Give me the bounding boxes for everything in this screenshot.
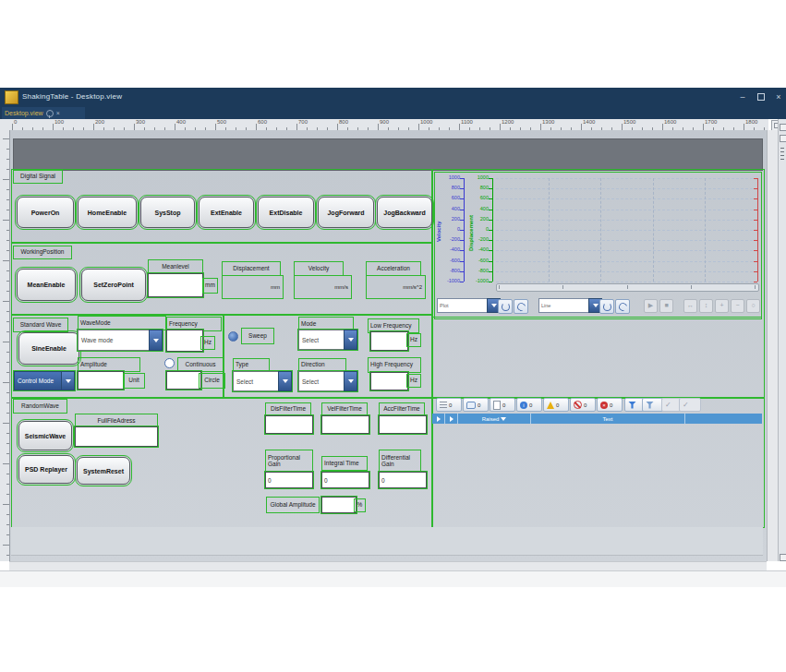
pin-icon[interactable]: [46, 110, 54, 117]
pan-horizontal-icon[interactable]: ↔: [683, 299, 697, 313]
event-count: 0: [584, 402, 586, 408]
differential-gain-label: DifferentialGain: [379, 450, 421, 473]
scale-settings-icon[interactable]: [615, 299, 630, 314]
extdisable-button[interactable]: ExtDisable: [258, 197, 314, 228]
amplitude-label: Amplitude: [78, 357, 140, 372]
raised-column-header[interactable]: Raised: [458, 414, 531, 424]
continuous-radio[interactable]: [164, 358, 175, 368]
chevron-down-icon[interactable]: [149, 330, 163, 351]
bubble-filter-button[interactable]: 0: [463, 398, 489, 412]
severity-column-header[interactable]: [432, 414, 445, 424]
frequency-input[interactable]: [166, 330, 203, 352]
tab-desktop-view[interactable]: Desktop.view: [2, 107, 85, 119]
blocked-filter-button[interactable]: 0: [570, 398, 596, 412]
poweron-button[interactable]: PowerOn: [17, 197, 74, 228]
global-amplitude-input[interactable]: [321, 497, 357, 513]
warning-filter-button[interactable]: 0: [543, 398, 569, 412]
chevron-down-icon[interactable]: [61, 371, 75, 390]
integral-time-input[interactable]: 0: [321, 472, 369, 488]
dock-bottom-icon[interactable]: [780, 554, 786, 561]
seismic-wave-button[interactable]: SeismicWave: [18, 421, 72, 450]
ruler-tick: [6, 230, 9, 231]
jogforward-button[interactable]: JogForward: [318, 197, 374, 228]
control-mode-dropdown[interactable]: Control Mode: [14, 371, 75, 390]
text-column-header[interactable]: Text: [531, 414, 685, 424]
direction-dropdown[interactable]: Select: [298, 371, 357, 391]
scope-channel-dropdown[interactable]: Plot: [437, 298, 501, 313]
ruler-tick: [6, 159, 9, 160]
velocity-label: Velocity: [294, 261, 344, 276]
x-axis-tick: [691, 285, 692, 289]
vel-filter-input[interactable]: [321, 415, 369, 434]
system-reset-button[interactable]: SystemReset: [77, 457, 130, 485]
ruler-label: 0: [14, 119, 17, 125]
mean-enable-button[interactable]: MeanEnable: [17, 269, 76, 301]
high-frequency-input[interactable]: [370, 372, 408, 390]
scope-x-scrollbar[interactable]: [496, 283, 759, 292]
sysstop-button[interactable]: SysStop: [140, 197, 195, 228]
differential-gain-input[interactable]: 0: [379, 472, 427, 488]
homeenable-button[interactable]: HomeEnable: [78, 197, 137, 228]
dock-tab-icon[interactable]: [780, 124, 786, 131]
psd-replayer-button[interactable]: PSD Replayer: [18, 455, 74, 484]
type-column-header[interactable]: [445, 414, 458, 424]
scope-style-dropdown[interactable]: Line: [538, 298, 602, 313]
event-count: 0: [610, 402, 612, 408]
minimize-button[interactable]: [736, 91, 749, 102]
ruler-label: 100: [54, 119, 64, 125]
ruler-tick: [3, 382, 9, 383]
confirm-all-button[interactable]: [679, 398, 701, 412]
set-zero-point-button[interactable]: SetZeroPoint: [81, 269, 146, 301]
blocked-icon: [574, 401, 582, 409]
ruler-tick: [6, 311, 9, 312]
chevron-down-icon[interactable]: [344, 330, 357, 350]
type-dropdown[interactable]: Select: [233, 371, 292, 391]
scale-reset-icon[interactable]: [599, 299, 614, 314]
restore-button[interactable]: [755, 91, 768, 102]
chevron-down-icon[interactable]: [344, 371, 357, 391]
ruler-tick: [175, 124, 175, 130]
sweep-radio[interactable]: [228, 331, 238, 342]
dis-filter-input[interactable]: [265, 415, 313, 434]
displacement-axis-title: Displacement: [468, 215, 474, 251]
amplitude-input[interactable]: [78, 371, 124, 390]
ruler-tick: [6, 372, 9, 373]
close-button[interactable]: [772, 91, 785, 102]
file-filter-button[interactable]: 0: [490, 398, 515, 412]
tab-close-icon[interactable]: [56, 110, 60, 116]
standard-wave-label: Standard Wave: [13, 318, 68, 332]
ruler-tick: [53, 124, 54, 130]
ruler-label: 700: [298, 119, 308, 125]
scale-settings-icon[interactable]: [514, 299, 528, 314]
info-filter-button[interactable]: 0: [516, 398, 542, 412]
dock-tab-mark: [780, 159, 784, 160]
acc-filter-input[interactable]: [379, 415, 427, 434]
proportional-gain-input[interactable]: 0: [265, 472, 313, 488]
dock-tab-icon[interactable]: [780, 135, 786, 142]
meanlevel-input[interactable]: [148, 273, 203, 297]
jogbackward-button[interactable]: JogBackward: [377, 197, 432, 228]
play-icon[interactable]: ▶: [644, 299, 658, 313]
scale-reset-icon[interactable]: [498, 299, 513, 314]
sine-enable-button[interactable]: SineEnable: [18, 332, 79, 365]
ruler-tick: [93, 124, 94, 130]
funnel-edit-icon: [646, 402, 654, 409]
wavemode-dropdown[interactable]: Wave mode: [78, 330, 163, 351]
ruler-tick: [3, 301, 9, 302]
full-file-address-input[interactable]: [75, 426, 158, 447]
pan-vertical-icon[interactable]: ↕: [699, 299, 713, 313]
mode-dropdown[interactable]: Select: [298, 330, 357, 350]
extenable-button[interactable]: ExtEnable: [199, 197, 254, 228]
zoom-out-icon[interactable]: −: [731, 299, 744, 313]
low-frequency-input[interactable]: [370, 331, 408, 351]
circle-input[interactable]: [166, 371, 201, 390]
type-icon: [450, 416, 453, 422]
chevron-down-icon[interactable]: [278, 371, 292, 391]
zoom-in-icon[interactable]: +: [715, 299, 729, 313]
list-filter-button[interactable]: 0: [436, 398, 462, 412]
dock-tab-mark: [780, 148, 784, 149]
error-filter-button[interactable]: 0: [597, 398, 623, 412]
ruler-tick: [6, 453, 9, 454]
stop-icon[interactable]: ■: [659, 299, 673, 313]
zoom-reset-icon[interactable]: ○: [746, 299, 760, 313]
